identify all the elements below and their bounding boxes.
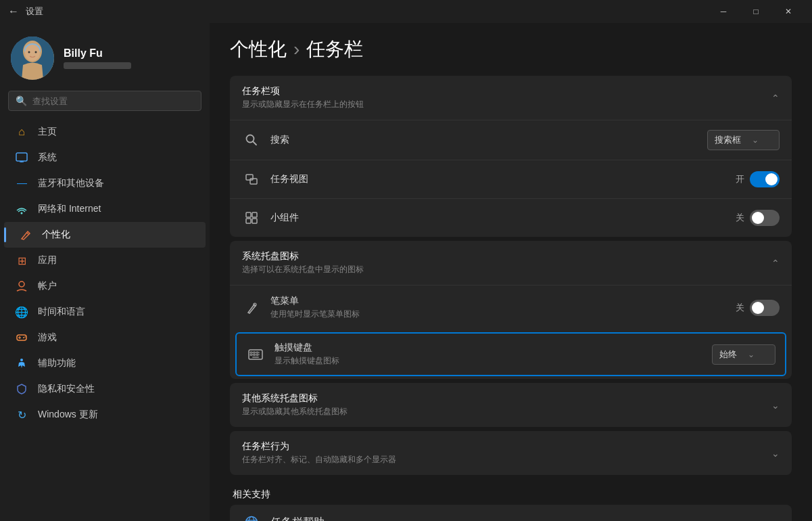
widgets-toggle[interactable] (750, 210, 780, 226)
touch-keyboard-text: 触摸键盘 显示触摸键盘图标 (274, 342, 702, 367)
svg-rect-24 (246, 219, 251, 223)
widgets-setting-text: 小组件 (270, 212, 726, 224)
setting-row-search: 搜索 搜索框 ⌄ (230, 120, 792, 160)
sidebar-label-access: 辅助功能 (38, 357, 76, 369)
pen-menu-label: 笔菜单 (270, 295, 726, 307)
nav-wrapper-apps: ⊞ 应用 (0, 248, 210, 273)
widgets-setting-label: 小组件 (270, 212, 726, 224)
sidebar-item-bluetooth[interactable]: ⸻ 蓝牙和其他设备 (4, 171, 206, 196)
back-button[interactable]: ← (8, 5, 19, 18)
section-taskbar-items: 任务栏项 显示或隐藏显示在任务栏上的按钮 ⌃ 搜索 (230, 76, 792, 237)
support-globe-icon (242, 513, 261, 521)
section-systray-header[interactable]: 系统托盘图标 选择可以在系统托盘中显示的图标 ⌃ (230, 241, 792, 285)
app-title: 设置 (26, 5, 43, 18)
close-button[interactable]: ✕ (773, 0, 804, 23)
sidebar-label-game: 游戏 (38, 332, 57, 344)
setting-row-widgets: 小组件 关 (230, 198, 792, 237)
search-icon: 🔍 (16, 95, 27, 106)
svg-rect-20 (246, 175, 253, 180)
update-icon: ↻ (15, 408, 28, 422)
breadcrumb-parent: 个性化 (230, 37, 287, 62)
taskview-control: 开 (736, 171, 780, 187)
sidebar-label-apps: 应用 (38, 254, 57, 267)
search-box[interactable]: 🔍 (8, 91, 201, 111)
section-taskbar-items-header[interactable]: 任务栏项 显示或隐藏显示在任务栏上的按钮 ⌃ (230, 76, 792, 120)
avatar (11, 37, 54, 80)
svg-rect-38 (252, 357, 259, 358)
section-title-taskbar-items: 任务栏项 (242, 85, 364, 97)
search-container: 🔍 (0, 91, 210, 119)
search-dropdown[interactable]: 搜索框 ⌄ (707, 130, 780, 150)
chevron-up-icon-2: ⌃ (771, 258, 780, 269)
pen-menu-control: 关 (736, 300, 780, 316)
touch-keyboard-icon (246, 345, 265, 364)
taskview-toggle[interactable] (750, 171, 780, 187)
widgets-control: 关 (736, 210, 780, 226)
sidebar-label-privacy: 隐私和安全性 (38, 383, 95, 395)
sidebar-item-network[interactable]: 网络和 Internet (4, 196, 206, 222)
nav-wrapper-time: 🌐 时间和语言 (0, 299, 210, 325)
sidebar-item-time[interactable]: 🌐 时间和语言 (4, 299, 206, 325)
minimize-button[interactable]: ─ (708, 0, 739, 23)
pen-menu-toggle-label: 关 (736, 302, 744, 314)
nav-wrapper-bluetooth: ⸻ 蓝牙和其他设备 (0, 171, 210, 196)
pen-menu-icon (242, 298, 261, 317)
pen-menu-toggle-thumb (752, 302, 764, 314)
setting-row-taskview: 任务视图 开 (230, 160, 792, 198)
taskview-setting-label: 任务视图 (270, 173, 726, 185)
sidebar-item-account[interactable]: 帐户 (4, 273, 206, 299)
setting-row-pen-menu: 笔菜单 使用笔时显示笔菜单图标 关 (230, 285, 792, 330)
touch-keyboard-label: 触摸键盘 (274, 342, 702, 354)
breadcrumb-current: 任务栏 (306, 37, 363, 62)
sidebar-item-access[interactable]: 辅助功能 (4, 350, 206, 376)
sidebar-item-privacy[interactable]: 隐私和安全性 (4, 376, 206, 402)
svg-point-9 (21, 212, 23, 214)
apps-icon: ⊞ (15, 254, 28, 267)
svg-rect-22 (246, 212, 251, 217)
search-input[interactable] (32, 96, 194, 106)
privacy-icon (15, 382, 28, 396)
sidebar-item-apps[interactable]: ⊞ 应用 (4, 248, 206, 273)
setting-row-touch-keyboard: 触摸键盘 显示触摸键盘图标 始终 ⌄ (235, 332, 786, 376)
section-other-systray-header[interactable]: 其他系统托盘图标 显示或隐藏其他系统托盘图标 ⌄ (230, 383, 792, 427)
support-item-taskbar-help[interactable]: 任务栏帮助 (230, 505, 792, 521)
maximize-button[interactable]: □ (740, 0, 771, 23)
nav-wrapper-personalize: 个性化 (0, 222, 210, 248)
sidebar-item-system[interactable]: 系统 (4, 145, 206, 171)
support-label-taskbar-help: 任务栏帮助 (270, 516, 325, 522)
search-control: 搜索框 ⌄ (707, 130, 780, 150)
system-icon (15, 151, 28, 164)
app-body: Billy Fu 🔍 ⌂ 主页 (0, 23, 812, 521)
window-controls: ─ □ ✕ (708, 0, 804, 23)
svg-point-17 (20, 359, 23, 361)
section-sub-taskbar-behavior: 任务栏对齐、标记、自动隐藏和多个显示器 (242, 454, 396, 466)
sidebar: Billy Fu 🔍 ⌂ 主页 (0, 23, 210, 521)
sidebar-item-home[interactable]: ⌂ 主页 (4, 119, 206, 145)
section-sub-taskbar-items: 显示或隐藏显示在任务栏上的按钮 (242, 99, 364, 110)
sidebar-item-personalize[interactable]: 个性化 (4, 222, 206, 248)
sidebar-label-update: Windows 更新 (38, 409, 98, 421)
section-systray: 系统托盘图标 选择可以在系统托盘中显示的图标 ⌃ 笔菜单 使用笔时显示笔菜单图标 (230, 241, 792, 379)
touch-keyboard-dropdown[interactable]: 始终 ⌄ (712, 344, 775, 365)
nav-wrapper-home: ⌂ 主页 (0, 119, 210, 145)
search-dropdown-arrow: ⌄ (752, 135, 759, 145)
sidebar-item-update[interactable]: ↻ Windows 更新 (4, 402, 206, 428)
chevron-up-icon: ⌃ (771, 93, 780, 104)
svg-point-16 (24, 336, 26, 338)
sidebar-label-system: 系统 (38, 152, 57, 164)
nav-wrapper-access: 辅助功能 (0, 350, 210, 376)
sidebar-label-time: 时间和语言 (38, 306, 85, 318)
svg-point-4 (28, 51, 30, 53)
sidebar-label-personalize: 个性化 (42, 229, 70, 241)
support-section: 相关支持 任务栏帮助 (230, 489, 792, 521)
svg-point-15 (23, 337, 24, 338)
search-setting-text: 搜索 (270, 134, 698, 146)
taskview-setting-text: 任务视图 (270, 173, 726, 185)
taskview-toggle-label: 开 (736, 173, 744, 185)
sidebar-item-game[interactable]: 游戏 (4, 325, 206, 350)
chevron-down-icon-4: ⌄ (771, 448, 780, 459)
touch-keyboard-dropdown-arrow: ⌄ (748, 350, 755, 359)
nav-wrapper-account: 帐户 (0, 273, 210, 299)
pen-menu-toggle[interactable] (750, 300, 780, 316)
section-taskbar-behavior-header[interactable]: 任务栏行为 任务栏对齐、标记、自动隐藏和多个显示器 ⌄ (230, 431, 792, 475)
